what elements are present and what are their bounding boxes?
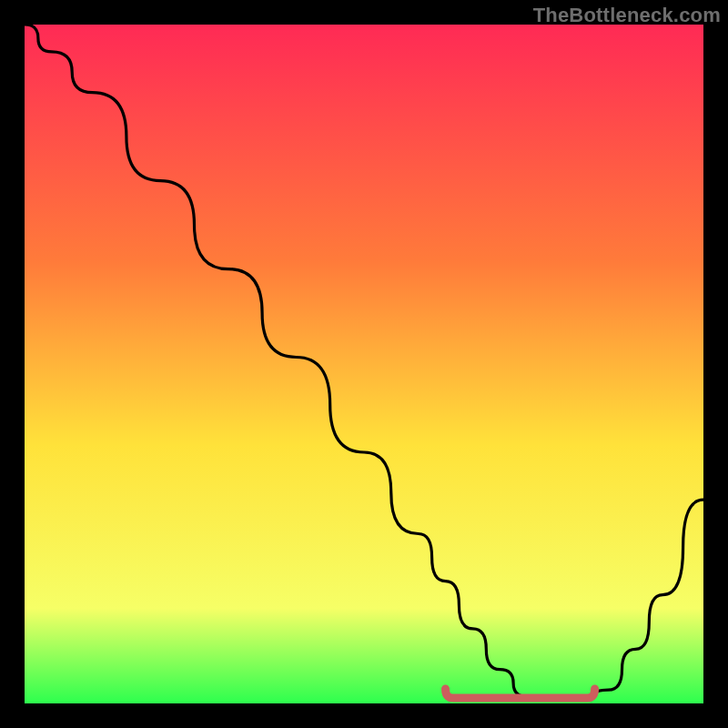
- chart-frame: TheBottleneck.com: [0, 0, 728, 728]
- watermark-label: TheBottleneck.com: [533, 4, 721, 27]
- plot-area: [25, 25, 703, 703]
- bottleneck-chart: [25, 25, 703, 703]
